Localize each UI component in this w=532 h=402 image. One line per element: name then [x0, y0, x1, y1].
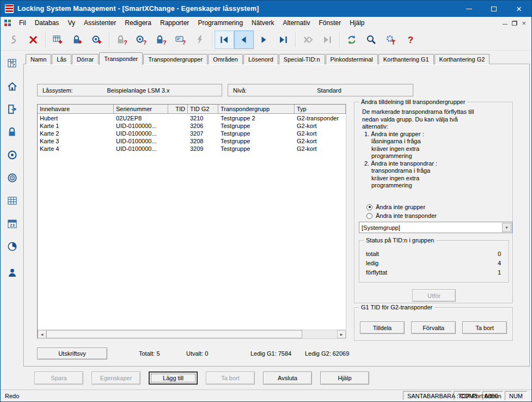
column-header[interactable]: TID	[168, 105, 188, 114]
close-button[interactable]: ×	[506, 1, 531, 17]
table-row[interactable]: Karte 3UID-0100000...3208TestgruppeG2-ko…	[38, 137, 346, 145]
dialog-button[interactable]: Hjälp	[320, 371, 369, 385]
g1-action-button[interactable]: Förvalta	[411, 321, 456, 334]
end-search-button[interactable]	[317, 31, 337, 49]
tab[interactable]: Korthantering G2	[435, 54, 490, 64]
first-record-button[interactable]	[215, 31, 234, 49]
mdi-minimize-icon[interactable]	[503, 24, 507, 25]
sidebar-calendar-button[interactable]: 23	[4, 216, 20, 230]
menu-item[interactable]: Nätverk	[247, 17, 278, 28]
column-header[interactable]: Innehavare	[38, 105, 114, 114]
menu-item[interactable]: Rapporter	[156, 17, 193, 28]
tab[interactable]: Områden	[208, 54, 243, 64]
scrollbar-track[interactable]	[46, 330, 337, 338]
tab[interactable]: Dörrar	[72, 54, 99, 64]
new-lock-button[interactable]	[68, 31, 87, 49]
sidebar: 23	[1, 53, 23, 388]
program-button[interactable]	[190, 31, 210, 49]
search-button[interactable]	[362, 31, 381, 49]
tab[interactable]: Namn	[26, 54, 51, 64]
previous-record-button[interactable]	[234, 31, 254, 49]
menu-item[interactable]: Hjälp	[345, 17, 369, 28]
minimize-button[interactable]	[456, 1, 481, 17]
dialog-button[interactable]: Egenskaper	[91, 371, 140, 385]
read-transponder-button[interactable]: ?	[131, 31, 151, 49]
cancel-search-button[interactable]	[298, 31, 317, 49]
disconnect-button[interactable]	[23, 31, 43, 49]
status-value: 1	[498, 269, 502, 276]
mdi-close-icon[interactable]: ×	[522, 21, 526, 26]
new-transponder-button[interactable]	[87, 31, 107, 49]
sidebar-grid-button[interactable]	[4, 193, 20, 208]
horizontal-scrollbar[interactable]: ◀ ▶	[38, 330, 346, 338]
sidebar-user-button[interactable]	[4, 265, 20, 279]
sidebar-chart-button[interactable]	[4, 239, 20, 253]
table-row[interactable]: Karte 2UID-0100000...3207TestgruppeG2-ko…	[38, 130, 346, 137]
new-matrix-button[interactable]	[48, 31, 68, 49]
dialog-button[interactable]: Avsluta	[263, 371, 312, 385]
column-header[interactable]: Transpondergrupp	[218, 105, 295, 114]
table-header: InnehavareSerienummerTIDTID G2Transponde…	[38, 105, 346, 114]
tab[interactable]: Transponder	[99, 52, 143, 65]
menu-item[interactable]: Assistenter	[80, 17, 120, 28]
tab[interactable]: Transpondergrupper	[143, 54, 207, 64]
print-view-button[interactable]: Utskriftsvy	[37, 348, 107, 360]
menu-item[interactable]: Databas	[30, 17, 64, 28]
menu-item[interactable]: Redigera	[120, 17, 156, 28]
menu-item[interactable]: Vy	[63, 17, 80, 28]
group-select[interactable]: [Systemgrupp] ▼	[359, 222, 512, 233]
sidebar-lock-button[interactable]	[4, 125, 20, 139]
table-cell	[168, 122, 188, 130]
column-header[interactable]: Serienummer	[114, 105, 168, 114]
sidebar-matrix-button[interactable]	[4, 56, 20, 70]
filter-button[interactable]	[381, 31, 401, 49]
column-header[interactable]: Typ	[295, 105, 346, 114]
refresh-button[interactable]	[342, 31, 362, 49]
table-row[interactable]: Karte 4UID-0100000...3209TestgruppeG2-ko…	[38, 145, 346, 153]
status-value: 4	[498, 260, 502, 266]
menu-item[interactable]: Alternativ	[278, 17, 314, 28]
last-record-button[interactable]	[273, 31, 293, 49]
read-lock-button[interactable]: ?	[151, 31, 170, 49]
sidebar-door-button[interactable]	[4, 102, 20, 116]
reset-button[interactable]	[4, 31, 23, 49]
menu-item[interactable]: Fil	[15, 17, 30, 28]
toolbar-separator	[212, 32, 212, 47]
table-cell	[168, 137, 188, 145]
sidebar-target-button[interactable]	[4, 170, 20, 185]
execute-button[interactable]: Utför	[412, 289, 456, 302]
mdi-restore-icon[interactable]	[512, 21, 517, 26]
tab[interactable]: Lås	[52, 54, 71, 64]
table-cell: 02U2EP8	[114, 114, 168, 122]
menu-item[interactable]: Programmering	[193, 17, 247, 28]
menu-items: FilDatabasVyAssistenterRedigeraRapporter…	[15, 17, 369, 28]
g1-action-button[interactable]: Ta bort	[462, 321, 507, 334]
column-header[interactable]: TID G2	[188, 105, 218, 114]
radio-option[interactable]: Ändra inte grupper	[366, 203, 437, 211]
tab[interactable]: Pinkodsterminal	[326, 54, 378, 64]
read-card-button[interactable]: ?	[170, 31, 190, 49]
dialog-button[interactable]: Lägg till	[149, 371, 198, 385]
table-row[interactable]: Karte 1UID-0100000...3206TestgruppeG2-ko…	[38, 122, 346, 130]
g1-action-button[interactable]: Tilldela	[360, 321, 405, 334]
help-button[interactable]: ?	[401, 31, 420, 49]
tid-status-rows: totalt 0 ledig 4 förflyttat 1	[359, 241, 509, 277]
radio-option[interactable]: Ändra inte transponder	[366, 211, 437, 220]
dialog-button[interactable]: Spara	[34, 371, 83, 385]
chevron-down-icon[interactable]: ▼	[502, 223, 511, 232]
tab[interactable]: Lösenord	[243, 54, 278, 64]
read-lock-gray-button[interactable]: ?	[112, 31, 131, 49]
scroll-left-button[interactable]: ◀	[38, 330, 46, 338]
sidebar-transponder-button[interactable]	[4, 148, 20, 162]
dialog-button[interactable]: Ta bort	[206, 371, 255, 385]
scrollbar-thumb[interactable]	[46, 330, 302, 338]
scroll-right-button[interactable]: ▶	[337, 330, 346, 338]
tab[interactable]: Special-TID:n	[279, 54, 325, 64]
table-row[interactable]: Hubert02U2EP83210Testgruppe 2G2-transpon…	[38, 114, 346, 122]
sidebar-home-button[interactable]	[4, 79, 20, 93]
maximize-button[interactable]	[481, 1, 506, 17]
menu-item[interactable]: Fönster	[314, 17, 345, 28]
next-record-button[interactable]	[254, 31, 273, 49]
tab[interactable]: Korthantering G1	[378, 54, 434, 64]
level-label: Nivå:	[228, 87, 278, 94]
